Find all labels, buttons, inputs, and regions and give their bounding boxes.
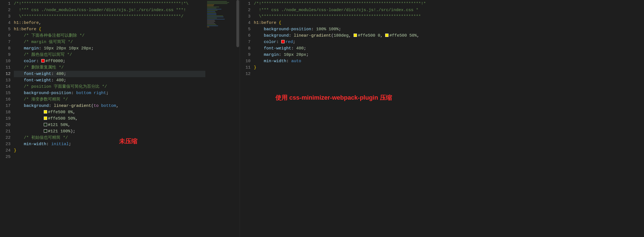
code-line[interactable] — [254, 71, 644, 77]
line-number[interactable]: 7 — [0, 39, 11, 45]
code-line[interactable]: /* 删除重复属性 */ — [14, 64, 205, 71]
minimap-row — [207, 21, 215, 22]
line-number[interactable]: 1 — [0, 1, 11, 7]
code-line[interactable]: /* position 字面量值可简化为百分比 */ — [14, 84, 205, 90]
line-number[interactable]: 18 — [0, 109, 11, 115]
code-area-left[interactable]: /*!*************************************… — [14, 0, 205, 237]
color-swatch-icon — [41, 59, 45, 62]
minimap-left[interactable] — [205, 0, 236, 237]
line-number[interactable]: 21 — [0, 128, 11, 135]
line-number[interactable]: 25 — [0, 154, 11, 160]
code-line[interactable]: } — [14, 147, 205, 154]
code-line[interactable]: margin: 10px 20px 10px 20px; — [14, 45, 205, 52]
code-line[interactable]: #ffe500 50%, — [14, 115, 205, 122]
line-number[interactable]: 6 — [0, 32, 11, 39]
minimap-row — [207, 11, 215, 12]
line-number[interactable]: 10 — [0, 58, 11, 64]
code-line[interactable]: color: red; — [254, 39, 644, 45]
code-line[interactable]: background: linear-gradient(to bottom, — [14, 103, 205, 109]
editor-split-view: 1234567891011121314151617181920212223242… — [0, 0, 644, 237]
line-number[interactable]: 20 — [0, 122, 11, 128]
code-line[interactable]: font-weight: 400; — [254, 45, 644, 52]
line-number[interactable]: 12 — [0, 71, 11, 77]
minimap-row — [207, 24, 216, 25]
line-number[interactable]: 8 — [240, 45, 251, 52]
code-line[interactable]: h1::before, — [14, 20, 205, 26]
line-number[interactable]: 5 — [0, 26, 11, 32]
code-line[interactable]: font-weight: 400; — [14, 71, 205, 77]
code-line[interactable]: margin: 10px 20px; — [254, 52, 644, 58]
line-number[interactable]: 15 — [0, 90, 11, 96]
line-number[interactable]: 2 — [240, 7, 251, 13]
color-swatch-icon — [385, 34, 389, 37]
minimap-row — [207, 8, 216, 8]
code-line[interactable]: /* 颜色值也可以简写 */ — [14, 52, 205, 58]
line-number[interactable]: 4 — [240, 20, 251, 26]
line-number[interactable]: 3 — [240, 13, 251, 20]
line-gutter-left[interactable]: 1234567891011121314151617181920212223242… — [0, 0, 14, 237]
line-number[interactable]: 13 — [0, 77, 11, 84]
minimap-row — [207, 17, 224, 17]
minimap-row — [207, 2, 229, 3]
scrollbar-left[interactable] — [236, 0, 240, 237]
code-line[interactable]: #121 100%); — [14, 128, 205, 135]
line-number[interactable]: 9 — [0, 52, 11, 58]
code-line[interactable]: background: linear-gradient(180deg, #ffe… — [254, 32, 644, 39]
line-number[interactable]: 5 — [240, 26, 251, 32]
color-swatch-icon — [44, 117, 47, 120]
minimap-row — [207, 20, 215, 21]
minimap-row — [207, 4, 214, 5]
minimap-row — [207, 27, 209, 27]
line-number[interactable]: 6 — [240, 32, 251, 39]
code-line[interactable]: } — [254, 64, 644, 71]
annotation-uncompressed: 未压缩 — [119, 138, 137, 144]
code-line[interactable]: \***************************************… — [254, 13, 644, 20]
code-line[interactable]: \***************************************… — [14, 13, 205, 20]
line-number[interactable]: 10 — [240, 58, 251, 64]
line-number[interactable]: 9 — [240, 52, 251, 58]
line-number[interactable]: 2 — [0, 7, 11, 13]
line-number[interactable]: 8 — [0, 45, 11, 52]
color-swatch-icon — [354, 34, 357, 37]
code-area-right[interactable]: /*!*************************************… — [254, 0, 644, 237]
code-line[interactable]: /* 初始值也可精简 */ — [14, 135, 205, 141]
code-line[interactable]: color: #ff0000; — [14, 58, 205, 64]
line-gutter-right[interactable]: 123456789101112 — [240, 0, 254, 237]
line-number[interactable]: 4 — [0, 20, 11, 26]
code-line[interactable]: /*!*************************************… — [14, 1, 205, 7]
code-line[interactable] — [14, 154, 205, 160]
line-number[interactable]: 17 — [0, 103, 11, 109]
code-line[interactable]: #121 50%, — [14, 122, 205, 128]
editor-pane-left: 1234567891011121314151617181920212223242… — [0, 0, 240, 237]
code-line[interactable]: /* 渐变参数可精简 */ — [14, 96, 205, 103]
code-line[interactable]: min-width: initial; — [14, 141, 205, 147]
minimap-row — [207, 26, 218, 26]
code-line[interactable]: min-width: auto — [254, 58, 644, 64]
line-number[interactable]: 16 — [0, 96, 11, 103]
code-line[interactable]: #ffe500 0%, — [14, 109, 205, 115]
code-line[interactable]: /*!*************************************… — [254, 1, 644, 7]
code-line[interactable]: h1:before { — [254, 20, 644, 26]
code-line[interactable]: /* margin 值可简写 */ — [14, 39, 205, 45]
line-number[interactable]: 11 — [0, 64, 11, 71]
color-swatch-icon — [281, 40, 285, 43]
line-number[interactable]: 1 — [240, 1, 251, 7]
code-line[interactable]: !*** css ./node_modules/css-loader/dist/… — [254, 7, 644, 13]
line-number[interactable]: 7 — [240, 39, 251, 45]
line-number[interactable]: 22 — [0, 135, 11, 141]
line-number[interactable]: 12 — [240, 71, 251, 77]
code-line[interactable]: h1:before { — [14, 26, 205, 32]
line-number[interactable]: 23 — [0, 141, 11, 147]
code-line[interactable]: background-position: 100% 100%; — [254, 26, 644, 32]
code-line[interactable]: font-weight: 400; — [14, 77, 205, 84]
code-line[interactable]: background-position: bottom right; — [14, 90, 205, 96]
minimap-row — [207, 1, 227, 2]
line-number[interactable]: 11 — [240, 64, 251, 71]
code-line[interactable]: /* 下面各种备注都可以删除 */ — [14, 32, 205, 39]
line-number[interactable]: 19 — [0, 115, 11, 122]
minimap-row — [207, 23, 215, 24]
code-line[interactable]: !*** css ./node_modules/css-loader/dist/… — [14, 7, 205, 13]
line-number[interactable]: 14 — [0, 84, 11, 90]
line-number[interactable]: 24 — [0, 147, 11, 154]
line-number[interactable]: 3 — [0, 13, 11, 20]
